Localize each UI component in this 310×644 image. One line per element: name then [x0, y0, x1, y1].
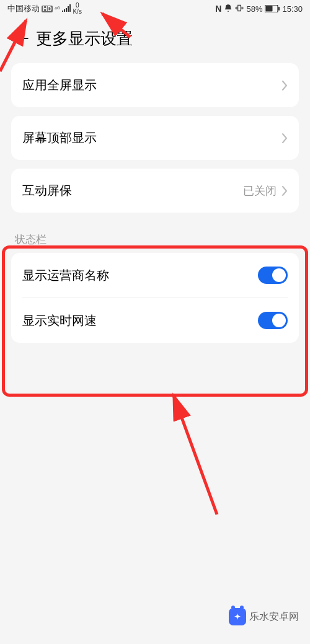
row-show-carrier-name[interactable]: 显示运营商名称: [11, 253, 299, 298]
settings-card-topbar: 屏幕顶部显示: [11, 116, 299, 160]
toggle-carrier-name[interactable]: [258, 267, 288, 284]
status-bar: 中国移动 HD ⁴ᴳ 0 K/s N 58% 15:30: [0, 0, 310, 17]
settings-card-fullscreen: 应用全屏显示: [11, 63, 299, 107]
chevron-right-icon: [281, 185, 288, 196]
vibrate-icon: [235, 4, 244, 14]
net-speed-indicator: 0 K/s: [73, 2, 81, 15]
watermark-logo-icon: ✦: [229, 608, 246, 625]
back-button[interactable]: [11, 27, 33, 50]
alarm-icon: [224, 4, 232, 14]
settings-card-screensaver: 互动屏保 已关闭: [11, 169, 299, 213]
battery-percentage: 58%: [246, 4, 262, 14]
signal-bars-icon: [62, 4, 71, 14]
nfc-icon: N: [215, 4, 221, 14]
page-title: 更多显示设置: [36, 28, 133, 50]
battery-icon: [265, 5, 280, 12]
row-label: 屏幕顶部显示: [22, 130, 97, 146]
section-heading-statusbar: 状态栏: [11, 221, 299, 253]
chevron-right-icon: [281, 80, 288, 91]
clock-time: 15:30: [282, 4, 303, 14]
row-fullscreen-apps[interactable]: 应用全屏显示: [11, 63, 299, 107]
row-label: 互动屏保: [22, 182, 72, 199]
signal-icon: ⁴ᴳ: [55, 6, 60, 12]
watermark-text: 乐水安卓网: [249, 611, 299, 624]
arrow-left-icon: [14, 30, 30, 46]
row-label: 显示运营商名称: [22, 267, 109, 284]
chevron-right-icon: [281, 133, 288, 144]
svg-rect-2: [278, 7, 280, 11]
settings-card-statusbar: 显示运营商名称 显示实时网速: [11, 253, 299, 343]
hd-badge: HD: [42, 6, 53, 12]
row-label: 应用全屏显示: [22, 77, 97, 94]
carrier-name: 中国移动: [7, 3, 40, 14]
watermark: ✦ 乐水安卓网: [229, 608, 299, 625]
row-label: 显示实时网速: [22, 312, 97, 329]
row-value: 已关闭: [243, 183, 277, 198]
svg-line-5: [174, 395, 217, 514]
row-show-realtime-speed[interactable]: 显示实时网速: [11, 298, 299, 343]
annotation-arrow-3: [161, 384, 236, 521]
toggle-realtime-speed[interactable]: [258, 312, 288, 329]
row-interactive-screensaver[interactable]: 互动屏保 已关闭: [11, 169, 299, 213]
svg-rect-1: [266, 6, 273, 12]
page-header: 更多显示设置: [0, 17, 310, 63]
row-screen-top-display[interactable]: 屏幕顶部显示: [11, 116, 299, 160]
